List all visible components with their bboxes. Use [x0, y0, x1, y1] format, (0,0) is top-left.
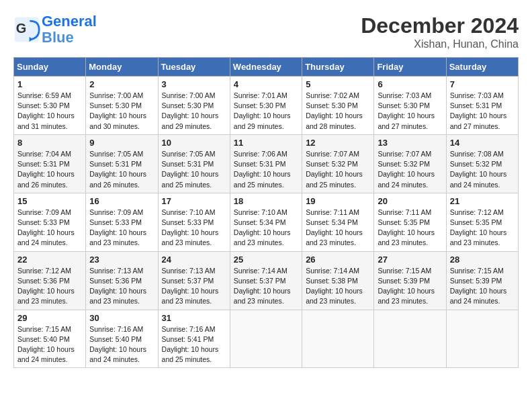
sunset-label: Sunset: 5:30 PM — [17, 101, 70, 109]
calendar-cell: 20 Sunrise: 7:11 AM Sunset: 5:35 PM Dayl… — [374, 193, 446, 251]
daylight-label: Daylight: 10 hours and 23 minutes. — [162, 287, 219, 305]
day-header-tuesday: Tuesday — [158, 58, 230, 77]
sunrise-label: Sunrise: 7:07 AM — [306, 150, 359, 158]
calendar-cell: 31 Sunrise: 7:16 AM Sunset: 5:41 PM Dayl… — [158, 310, 230, 368]
sunrise-label: Sunrise: 7:09 AM — [89, 208, 143, 216]
sunset-label: Sunset: 5:37 PM — [162, 277, 214, 285]
sunrise-label: Sunrise: 7:13 AM — [89, 267, 143, 275]
calendar-cell: 26 Sunrise: 7:14 AM Sunset: 5:38 PM Dayl… — [302, 251, 374, 310]
calendar-week-2: 8 Sunrise: 7:04 AM Sunset: 5:31 PM Dayli… — [14, 134, 519, 193]
cell-content: Sunrise: 7:14 AM Sunset: 5:37 PM Dayligh… — [234, 266, 298, 307]
cell-content: Sunrise: 7:03 AM Sunset: 5:31 PM Dayligh… — [450, 91, 515, 132]
calendar-cell: 13 Sunrise: 7:07 AM Sunset: 5:32 PM Dayl… — [374, 134, 446, 193]
sunrise-label: Sunrise: 7:13 AM — [162, 267, 216, 275]
sunset-label: Sunset: 5:36 PM — [17, 277, 70, 285]
cell-content: Sunrise: 7:16 AM Sunset: 5:40 PM Dayligh… — [89, 324, 154, 365]
sunset-label: Sunset: 5:32 PM — [306, 160, 358, 168]
sunrise-label: Sunrise: 7:12 AM — [17, 267, 71, 275]
sunrise-label: Sunrise: 7:00 AM — [89, 91, 143, 99]
cell-content: Sunrise: 7:04 AM Sunset: 5:31 PM Dayligh… — [17, 149, 82, 190]
cell-content: Sunrise: 7:12 AM Sunset: 5:36 PM Dayligh… — [17, 266, 82, 307]
sunrise-label: Sunrise: 7:07 AM — [378, 150, 431, 158]
daylight-label: Daylight: 10 hours and 24 minutes. — [450, 170, 507, 188]
calendar-cell: 27 Sunrise: 7:15 AM Sunset: 5:39 PM Dayl… — [374, 251, 446, 310]
calendar-cell: 1 Sunrise: 6:59 AM Sunset: 5:30 PM Dayli… — [14, 77, 86, 135]
day-header-sunday: Sunday — [14, 58, 86, 77]
sunrise-label: Sunrise: 7:10 AM — [234, 208, 287, 216]
calendar-cell — [230, 310, 302, 368]
daylight-label: Daylight: 10 hours and 25 minutes. — [234, 170, 291, 188]
daylight-label: Daylight: 10 hours and 23 minutes. — [306, 287, 363, 305]
day-number: 6 — [378, 79, 442, 89]
sunrise-label: Sunrise: 7:08 AM — [450, 150, 504, 158]
calendar-cell: 12 Sunrise: 7:07 AM Sunset: 5:32 PM Dayl… — [302, 134, 374, 193]
cell-content: Sunrise: 7:10 AM Sunset: 5:34 PM Dayligh… — [234, 208, 298, 248]
sunrise-label: Sunrise: 7:11 AM — [306, 208, 359, 216]
cell-content: Sunrise: 7:03 AM Sunset: 5:30 PM Dayligh… — [378, 91, 442, 132]
daylight-label: Daylight: 10 hours and 24 minutes. — [450, 287, 507, 305]
daylight-label: Daylight: 10 hours and 26 minutes. — [89, 170, 146, 188]
sunset-label: Sunset: 5:32 PM — [378, 160, 430, 168]
sunset-label: Sunset: 5:41 PM — [162, 335, 214, 343]
sunset-label: Sunset: 5:37 PM — [234, 277, 286, 285]
cell-content: Sunrise: 7:10 AM Sunset: 5:33 PM Dayligh… — [162, 208, 226, 248]
sunset-label: Sunset: 5:30 PM — [162, 101, 214, 109]
sunrise-label: Sunrise: 7:12 AM — [450, 208, 504, 216]
daylight-label: Daylight: 10 hours and 24 minutes. — [89, 345, 146, 363]
day-number: 3 — [162, 79, 226, 89]
day-header-friday: Friday — [374, 58, 446, 77]
cell-content: Sunrise: 7:13 AM Sunset: 5:37 PM Dayligh… — [162, 266, 226, 307]
day-number: 28 — [450, 255, 515, 265]
calendar-cell: 25 Sunrise: 7:14 AM Sunset: 5:37 PM Dayl… — [230, 251, 302, 310]
calendar-week-5: 29 Sunrise: 7:15 AM Sunset: 5:40 PM Dayl… — [14, 310, 519, 368]
cell-content: Sunrise: 7:00 AM Sunset: 5:30 PM Dayligh… — [162, 91, 226, 132]
sunset-label: Sunset: 5:35 PM — [378, 218, 430, 226]
daylight-label: Daylight: 10 hours and 24 minutes. — [17, 228, 75, 246]
calendar-cell: 6 Sunrise: 7:03 AM Sunset: 5:30 PM Dayli… — [374, 77, 446, 135]
cell-content: Sunrise: 7:08 AM Sunset: 5:32 PM Dayligh… — [450, 149, 515, 190]
sunset-label: Sunset: 5:30 PM — [234, 101, 286, 109]
day-number: 18 — [234, 196, 298, 206]
sunset-label: Sunset: 5:31 PM — [450, 101, 502, 109]
calendar-cell: 24 Sunrise: 7:13 AM Sunset: 5:37 PM Dayl… — [158, 251, 230, 310]
sunrise-label: Sunrise: 7:05 AM — [162, 150, 216, 158]
sunrise-label: Sunrise: 7:14 AM — [306, 267, 359, 275]
calendar-cell: 2 Sunrise: 7:00 AM Sunset: 5:30 PM Dayli… — [86, 77, 158, 135]
sunrise-label: Sunrise: 7:02 AM — [306, 91, 359, 99]
calendar-cell: 7 Sunrise: 7:03 AM Sunset: 5:31 PM Dayli… — [446, 77, 518, 135]
daylight-label: Daylight: 10 hours and 26 minutes. — [17, 170, 75, 188]
cell-content: Sunrise: 7:02 AM Sunset: 5:30 PM Dayligh… — [306, 91, 370, 132]
cell-content: Sunrise: 7:05 AM Sunset: 5:31 PM Dayligh… — [89, 149, 154, 190]
daylight-label: Daylight: 10 hours and 23 minutes. — [378, 287, 435, 305]
day-number: 27 — [378, 255, 442, 265]
day-number: 30 — [89, 313, 154, 323]
cell-content: Sunrise: 7:15 AM Sunset: 5:39 PM Dayligh… — [378, 266, 442, 307]
calendar-cell — [302, 310, 374, 368]
day-number: 22 — [17, 255, 82, 265]
cell-content: Sunrise: 6:59 AM Sunset: 5:30 PM Dayligh… — [17, 91, 82, 132]
calendar-cell: 11 Sunrise: 7:06 AM Sunset: 5:31 PM Dayl… — [230, 134, 302, 193]
day-number: 29 — [17, 313, 82, 323]
daylight-label: Daylight: 10 hours and 23 minutes. — [450, 228, 507, 246]
calendar-cell: 9 Sunrise: 7:05 AM Sunset: 5:31 PM Dayli… — [86, 134, 158, 193]
day-number: 20 — [378, 196, 442, 206]
daylight-label: Daylight: 10 hours and 23 minutes. — [89, 287, 146, 305]
day-number: 2 — [89, 79, 154, 89]
sunset-label: Sunset: 5:31 PM — [162, 160, 214, 168]
sunset-label: Sunset: 5:33 PM — [89, 218, 142, 226]
calendar-cell: 15 Sunrise: 7:09 AM Sunset: 5:33 PM Dayl… — [14, 193, 86, 251]
day-number: 5 — [306, 79, 370, 89]
day-number: 21 — [450, 196, 515, 206]
daylight-label: Daylight: 10 hours and 27 minutes. — [450, 111, 507, 130]
day-number: 8 — [17, 138, 82, 148]
sunrise-label: Sunrise: 7:06 AM — [234, 150, 287, 158]
day-number: 25 — [234, 255, 298, 265]
daylight-label: Daylight: 10 hours and 25 minutes. — [162, 170, 219, 188]
day-number: 23 — [89, 255, 154, 265]
cell-content: Sunrise: 7:09 AM Sunset: 5:33 PM Dayligh… — [17, 208, 82, 248]
logo: G GeneralBlue — [13, 13, 97, 46]
calendar-cell: 4 Sunrise: 7:01 AM Sunset: 5:30 PM Dayli… — [230, 77, 302, 135]
calendar-cell: 5 Sunrise: 7:02 AM Sunset: 5:30 PM Dayli… — [302, 77, 374, 135]
day-number: 9 — [89, 138, 154, 148]
sunset-label: Sunset: 5:31 PM — [17, 160, 70, 168]
